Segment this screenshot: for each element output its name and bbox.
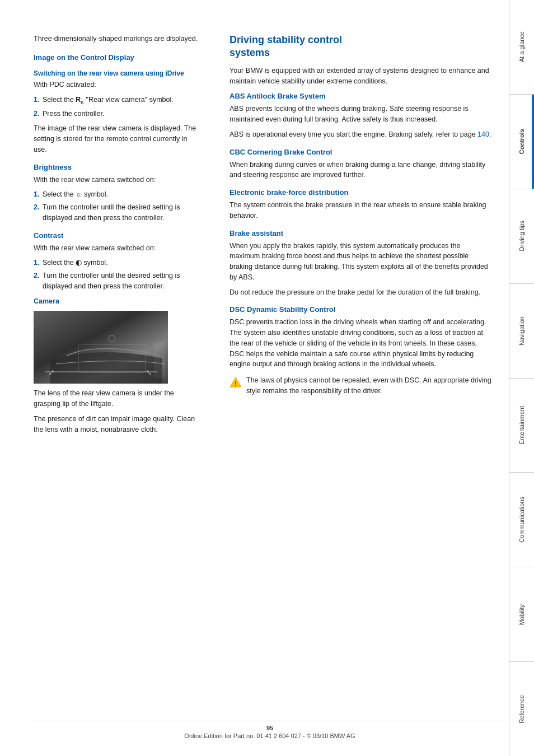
camera-image: ⤡ ⤢ [34, 311, 168, 384]
intro-text: Your BMW is equipped with an extended ar… [229, 66, 492, 87]
sidebar: At a glance Controls Driving tips Naviga… [509, 0, 534, 756]
svg-rect-6 [154, 342, 165, 378]
contrast-step2: 2. Turn the controller until the desired… [34, 270, 202, 292]
pdc-label: With PDC activated: [34, 80, 202, 90]
brightness-step2: 2. Turn the controller until the desired… [34, 202, 202, 223]
abs-page-ref[interactable]: 140 [477, 130, 489, 138]
active-indicator [532, 95, 534, 189]
warning-box: ! The laws of physics cannot be repealed… [229, 375, 492, 396]
warning-icon: ! [229, 376, 242, 389]
contrast-steps: 1. Select the ◐ symbol. 2. Turn the cont… [34, 258, 202, 291]
sidebar-item-entertainment[interactable]: Entertainment [509, 379, 534, 473]
sidebar-item-controls[interactable]: Controls [509, 95, 534, 189]
abs-text1: ABS prevents locking of the wheels durin… [229, 104, 492, 125]
step-item: 1. Select the RK "Rear view camera" symb… [34, 95, 202, 106]
dsc-heading: DSC Dynamic Stability Control [229, 305, 492, 314]
brightness-step1: 1. Select the ☼ symbol. [34, 189, 202, 200]
ebfd-heading: Electronic brake-force distribution [229, 188, 492, 197]
intro-text: Three-dimensionally-shaped markings are … [34, 34, 202, 44]
camera-note2: The presence of dirt can impair image qu… [34, 414, 202, 435]
contrast-heading: Contrast [34, 231, 202, 240]
svg-text:!: ! [235, 380, 237, 387]
svg-text:⤢: ⤢ [48, 368, 55, 377]
brake-text1: When you apply the brakes rapidly, this … [229, 241, 492, 283]
cbc-heading: CBC Cornering Brake Control [229, 148, 492, 156]
section1-sub1: Switching on the rear view camera using … [34, 69, 202, 77]
page-number: 95 [34, 725, 506, 731]
sidebar-item-mobility[interactable]: Mobility [509, 567, 534, 662]
cbc-text: When braking during curves or when braki… [229, 160, 492, 181]
footer: 95 Online Edition for Part no. 01 41 2 6… [34, 721, 506, 739]
contrast-intro: With the rear view camera switched on: [34, 243, 202, 254]
brightness-steps: 1. Select the ☼ symbol. 2. Turn the cont… [34, 189, 202, 223]
section1-heading: Image on the Control Display [34, 53, 202, 62]
svg-text:⤡: ⤡ [146, 368, 152, 377]
sidebar-item-communications[interactable]: Communications [509, 473, 534, 567]
ebfd-text: The system controls the brake pressure i… [229, 200, 492, 221]
camera-heading: Camera [34, 296, 202, 307]
abs-text2: ABS is operational every time you start … [229, 129, 492, 140]
brightness-heading: Brightness [34, 163, 202, 171]
brake-text2: Do not reduce the pressure on the brake … [229, 287, 492, 298]
contrast-step1: 1. Select the ◐ symbol. [34, 258, 202, 268]
section1-steps: 1. Select the RK "Rear view camera" symb… [34, 95, 202, 119]
right-column: Driving stability control systems Your B… [218, 34, 509, 734]
sidebar-item-navigation[interactable]: Navigation [509, 284, 534, 379]
abs-heading: ABS Antilock Brake System [229, 92, 492, 100]
section1-note1: The image of the rear view camera is dis… [34, 123, 202, 155]
copyright: Online Edition for Part no. 01 41 2 604 … [184, 732, 355, 739]
brightness-intro: With the rear view camera switched on: [34, 175, 202, 185]
sidebar-item-driving-tips[interactable]: Driving tips [509, 189, 534, 284]
left-column: Three-dimensionally-shaped markings are … [0, 34, 218, 734]
main-heading: Driving stability control systems [229, 34, 492, 60]
camera-note1: The lens of the rear view camera is unde… [34, 388, 202, 409]
sidebar-item-reference[interactable]: Reference [509, 662, 534, 756]
sidebar-item-at-a-glance[interactable]: At a glance [509, 0, 534, 95]
brake-heading: Brake assistant [229, 229, 492, 237]
dsc-text1: DSC prevents traction loss in the drivin… [229, 317, 492, 370]
dsc-warning: The laws of physics cannot be repealed, … [246, 375, 492, 396]
step-item: 2. Press the controller. [34, 109, 202, 119]
